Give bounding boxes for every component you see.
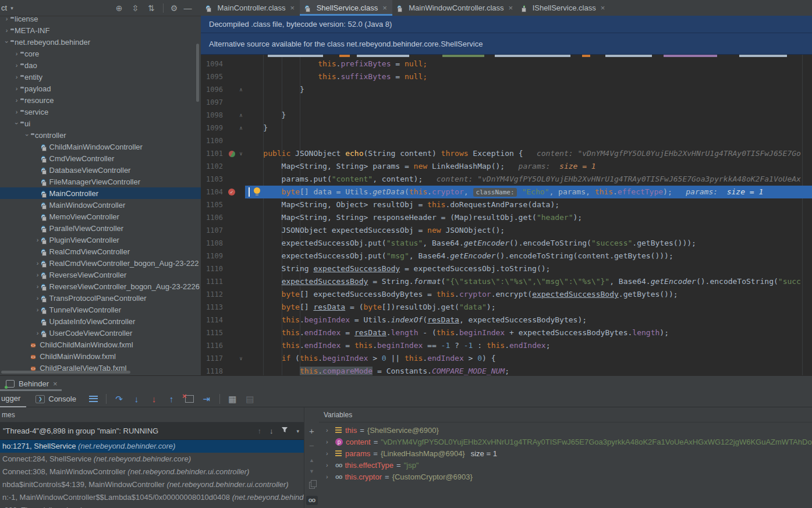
tree-item[interactable]: ›entity xyxy=(0,71,201,83)
move-up-icon[interactable]: ▲ xyxy=(309,458,314,463)
close-icon[interactable]: × xyxy=(290,3,295,12)
tree-item[interactable]: ›license xyxy=(0,16,201,24)
code-line[interactable]: 1105 Map<String, Object> resultObj = thi… xyxy=(201,198,812,211)
frame-row[interactable]: nbda$initControls$4:139, MainWindowContr… xyxy=(0,478,304,491)
tree-item[interactable]: CParallelViewController xyxy=(0,222,201,234)
fold-marker-icon[interactable]: ∨ xyxy=(237,352,245,365)
chevron-icon[interactable]: › xyxy=(3,16,10,22)
line-number[interactable]: 1114 xyxy=(201,314,226,326)
drop-frame-icon[interactable]: × xyxy=(185,395,194,403)
tree-vertical-scrollbar[interactable] xyxy=(196,44,199,102)
code-line[interactable]: 1114 this.beginIndex = Utils.indexOf(res… xyxy=(201,314,812,326)
tab-console[interactable]: ❯ Console xyxy=(36,395,76,403)
chevron-icon[interactable]: › xyxy=(13,97,20,104)
chevron-icon[interactable]: › xyxy=(13,120,20,127)
frame-row[interactable]: Connect:308, MainWindowController (net.r… xyxy=(0,466,304,478)
chevron-icon[interactable]: › xyxy=(34,294,41,301)
code-line[interactable]: 1106 Map<String, String> responseHeader … xyxy=(201,211,812,224)
code-editor[interactable]: 1094 this.prefixBytes = null;1095 this.s… xyxy=(201,55,812,375)
close-icon[interactable]: × xyxy=(382,3,387,12)
tree-item[interactable]: CChildMainWindowController xyxy=(0,141,201,152)
code-line[interactable]: 1118 this.compareMode = Constants.COMPAR… xyxy=(201,365,812,375)
thread-selector[interactable]: "Thread-4"@6,898 in group "main": RUNNIN… xyxy=(0,422,304,440)
line-number[interactable]: 1095 xyxy=(201,70,226,83)
tree-item[interactable]: CRealCmdViewController xyxy=(0,246,201,257)
next-frame-icon[interactable]: ↓ xyxy=(270,427,274,435)
code-line[interactable]: 1095 this.suffixBytes = null; xyxy=(201,70,812,83)
variable-row[interactable]: ›pcontent="vDnYM4VgfPY5OL0YujEHb2XvHNrU1… xyxy=(319,436,812,447)
chevron-icon[interactable]: › xyxy=(13,50,20,57)
tree-item[interactable]: ›CPluginViewController xyxy=(0,234,201,246)
line-number[interactable]: 1100 xyxy=(201,134,226,147)
line-number[interactable]: 1113 xyxy=(201,301,226,314)
filter-icon[interactable] xyxy=(281,427,288,435)
code-line[interactable]: 1100 xyxy=(201,134,812,147)
tree-item[interactable]: <>ChildChildMainWindow.fxml xyxy=(0,339,201,350)
tree-item[interactable]: ›payload xyxy=(0,83,201,94)
code-line[interactable]: 1107 JSONObject expectedSuccessObj = new… xyxy=(201,224,812,237)
step-out-icon[interactable]: ↑ xyxy=(166,394,176,404)
tree-item[interactable]: ›controller xyxy=(0,129,201,141)
code-line[interactable]: 1108 expectedSuccessObj.put("status", Ba… xyxy=(201,237,812,250)
move-down-icon[interactable]: ▼ xyxy=(309,469,314,474)
show-watches-icon[interactable]: oo xyxy=(306,496,318,505)
line-number[interactable]: 1115 xyxy=(201,326,226,339)
locate-icon[interactable]: ⊕ xyxy=(116,3,123,13)
code-line[interactable]: 1103 params.put("content", content); con… xyxy=(201,173,812,186)
code-line[interactable]: 1113 byte[] resData = (byte[])resultObj.… xyxy=(201,301,812,314)
run-to-cursor-icon[interactable]: ⇥ xyxy=(201,394,211,404)
breakpoint-icon[interactable]: ✓ xyxy=(226,186,237,198)
chevron-icon[interactable]: › xyxy=(13,85,20,92)
chevron-icon[interactable]: › xyxy=(3,27,10,34)
editor-tab[interactable]: CMainController.class× xyxy=(201,0,300,16)
frame-row[interactable]: :833, Thread (java.lang) xyxy=(0,504,304,508)
line-number[interactable]: 1098 xyxy=(201,109,226,122)
expand-all-icon[interactable]: ⇳ xyxy=(132,3,139,13)
line-number[interactable]: 1117 xyxy=(201,352,226,365)
code-line[interactable]: 1117∨ if (this.beginIndex > 0 || this.en… xyxy=(201,352,812,365)
chevron-icon[interactable]: › xyxy=(13,73,20,80)
chevron-icon[interactable]: › xyxy=(34,306,41,313)
line-number[interactable]: 1112 xyxy=(201,288,226,301)
line-number[interactable]: 1111 xyxy=(201,275,226,288)
tree-item[interactable]: ›CUserCodeViewController xyxy=(0,327,201,339)
frame-row[interactable]: ho:1271, ShellService (net.rebeyond.behi… xyxy=(0,440,304,453)
chevron-icon[interactable]: › xyxy=(326,427,335,434)
tree-item[interactable]: ›CTransProtocolPaneController xyxy=(0,292,201,304)
close-icon[interactable]: × xyxy=(601,3,605,12)
tree-item[interactable]: <>ChildMainWindow.fxml xyxy=(0,350,201,362)
tree-item[interactable]: ›ui xyxy=(0,118,201,129)
variable-row[interactable]: ›this={ShellService@6900} xyxy=(319,424,812,436)
chevron-down-icon[interactable]: ▾ xyxy=(10,5,13,11)
frame-row[interactable]: n:-1, MainWindowController$$Lambda$1045/… xyxy=(0,491,304,504)
add-watch-icon[interactable]: + xyxy=(309,427,314,435)
duplicate-icon[interactable] xyxy=(309,482,315,489)
code-line[interactable]: 1110 String expectedSuccessBody = expect… xyxy=(201,262,812,275)
variable-row[interactable]: ›oothis.effectType="jsp" xyxy=(319,459,812,471)
line-number[interactable]: 1102 xyxy=(201,160,226,173)
code-line[interactable]: 1109 expectedSuccessObj.put("msg", Base6… xyxy=(201,250,812,262)
chevron-icon[interactable]: › xyxy=(34,260,41,267)
tree-item[interactable]: ›service xyxy=(0,106,201,118)
tree-item[interactable]: ›dao xyxy=(0,59,201,71)
override-marker-icon[interactable] xyxy=(226,147,237,160)
line-number[interactable]: 1104 xyxy=(201,186,226,198)
line-number[interactable]: 1107 xyxy=(201,224,226,237)
code-line[interactable]: 1111 expectedSuccessBody = String.format… xyxy=(201,275,812,288)
code-line[interactable]: 1096∧ } xyxy=(201,83,812,96)
line-number[interactable]: 1116 xyxy=(201,339,226,352)
line-number[interactable]: 1109 xyxy=(201,250,226,262)
remove-watch-icon[interactable]: − xyxy=(309,441,314,450)
editor-tab[interactable]: IIShellService.class× xyxy=(518,0,610,16)
tree-item[interactable]: CMainController xyxy=(0,187,201,199)
chevron-down-icon[interactable]: ▾ xyxy=(296,428,299,434)
line-number[interactable]: 1106 xyxy=(201,211,226,224)
code-line[interactable]: 1102 Map<String, String> params = new Li… xyxy=(201,160,812,173)
force-step-into-icon[interactable]: ↓ xyxy=(149,394,159,404)
chevron-icon[interactable]: › xyxy=(13,108,20,115)
line-number[interactable]: 1110 xyxy=(201,262,226,275)
line-number[interactable]: 1108 xyxy=(201,237,226,250)
code-line[interactable]: 1112 byte[] expectedSuccessBodyBytes = t… xyxy=(201,288,812,301)
editor-tab[interactable]: CMainWindowController.class× xyxy=(392,0,518,16)
tree-item[interactable]: ›CReverseViewController_bogon_Aug-23-222… xyxy=(0,280,201,292)
